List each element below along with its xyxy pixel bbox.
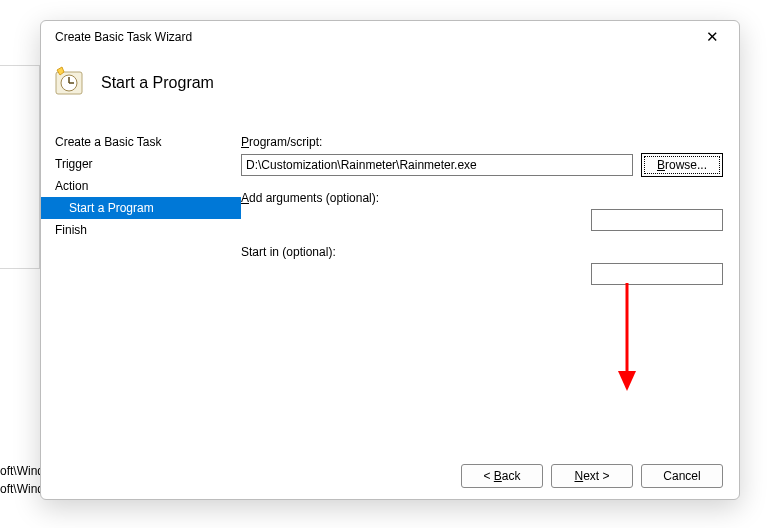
add-arguments-label: Add arguments (optional): xyxy=(241,191,723,205)
close-icon: ✕ xyxy=(706,28,719,46)
window-title: Create Basic Task Wizard xyxy=(55,30,691,44)
close-button[interactable]: ✕ xyxy=(691,23,733,51)
back-button[interactable]: < Back xyxy=(461,464,543,488)
page-heading: Start a Program xyxy=(101,74,214,92)
program-script-label: Program/script: xyxy=(241,135,723,149)
wizard-dialog: Create Basic Task Wizard ✕ Start a Progr… xyxy=(40,20,740,500)
step-start-a-program[interactable]: Start a Program xyxy=(41,197,241,219)
step-create-basic-task[interactable]: Create a Basic Task xyxy=(41,131,241,153)
step-action[interactable]: Action xyxy=(41,175,241,197)
add-arguments-input[interactable] xyxy=(591,209,723,231)
next-button[interactable]: Next > xyxy=(551,464,633,488)
cancel-button[interactable]: Cancel xyxy=(641,464,723,488)
wizard-footer: < Back Next > Cancel xyxy=(41,453,739,499)
step-trigger[interactable]: Trigger xyxy=(41,153,241,175)
wizard-body: Create a Basic Task Trigger Action Start… xyxy=(41,113,739,453)
wizard-sidebar: Create a Basic Task Trigger Action Start… xyxy=(41,113,241,453)
program-script-input[interactable] xyxy=(241,154,633,176)
start-in-input[interactable] xyxy=(591,263,723,285)
browse-button[interactable]: Browse... xyxy=(641,153,723,177)
step-finish[interactable]: Finish xyxy=(41,219,241,241)
wizard-icon xyxy=(53,66,85,101)
titlebar: Create Basic Task Wizard ✕ xyxy=(41,21,739,53)
wizard-content: Program/script: Browse... Add arguments … xyxy=(241,113,739,453)
wizard-header: Start a Program xyxy=(41,53,739,113)
start-in-label: Start in (optional): xyxy=(241,245,723,259)
